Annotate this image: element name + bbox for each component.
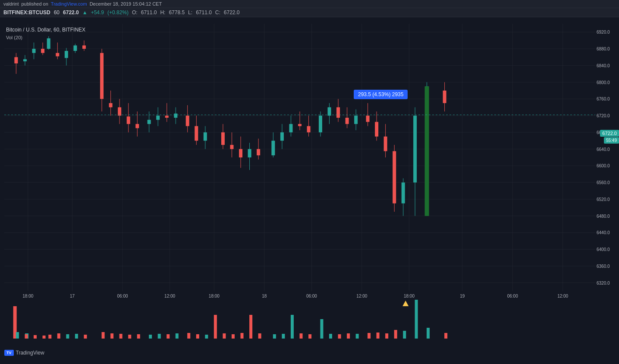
tradingview-text: TradingView <box>16 350 44 356</box>
chart-overlay-label: Bitcoin / U.S. Dollar, 60, BITFINEX Vol … <box>6 26 85 42</box>
chart-container[interactable]: Bitcoin / U.S. Dollar, 60, BITFINEX Vol … <box>0 17 619 360</box>
open-label: O: <box>132 9 138 16</box>
site-label: TradingView.com <box>51 1 87 6</box>
change-arrow: ▲ <box>82 9 88 16</box>
candlestick-chart <box>0 17 619 360</box>
tradingview-logo: TV TradingView <box>4 350 44 356</box>
open-value: 6711.0 <box>141 9 157 16</box>
change-pct: (+0.82%) <box>107 9 129 16</box>
price-badge: 6722.0 <box>600 130 619 137</box>
top-bar: valdrint published on TradingView.com De… <box>0 0 619 8</box>
close-value: 6722.0 <box>224 9 240 16</box>
timeframe: 60 <box>54 9 60 16</box>
author-label: valdrint <box>3 1 19 6</box>
exchange-pair: BITFINEX:BTCUSD <box>3 9 50 16</box>
vol-line: Vol (20) <box>6 34 85 42</box>
low-value: 6711.0 <box>196 9 212 16</box>
high-label: H: <box>160 9 165 16</box>
low-label: L: <box>188 9 192 16</box>
current-price: 6722.0 <box>63 9 79 16</box>
time-badge: 55:49 <box>604 137 619 144</box>
tooltip: 293.5 (4.53%) 2935 <box>354 90 408 99</box>
date-label: December 18, 2019 15:04:12 CET <box>90 1 162 6</box>
symbol-line: Bitcoin / U.S. Dollar, 60, BITFINEX <box>6 26 85 34</box>
ticker-bar: BITFINEX:BTCUSD 60 6722.0 ▲ +54.9 (+0.82… <box>0 8 619 17</box>
change-amount: +54.9 <box>91 9 104 16</box>
close-label: C: <box>215 9 220 16</box>
high-value: 6778.5 <box>169 9 185 16</box>
published-on-label: published on <box>21 1 48 6</box>
tv-icon: TV <box>4 350 14 356</box>
